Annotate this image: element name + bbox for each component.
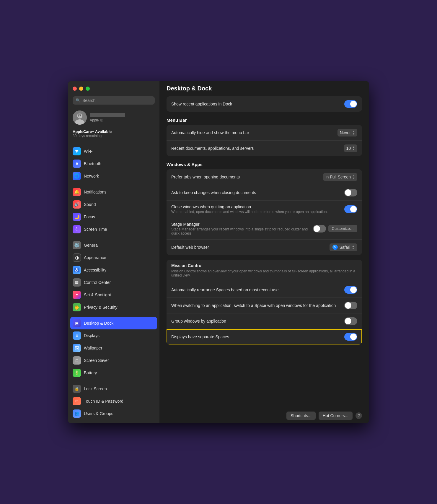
sidebar-item-wifi[interactable]: Wi-Fi (70, 145, 157, 157)
auto-hide-value: Never (340, 130, 351, 135)
prefer-tabs-stepper[interactable]: In Full Screen ▲▼ (323, 173, 357, 181)
sidebar-item-screentime[interactable]: ⏱ Screen Time (70, 223, 157, 235)
search-placeholder: Search (82, 98, 95, 103)
help-button[interactable]: ? (356, 412, 362, 419)
sidebar-item-users[interactable]: 👥 Users & Groups (70, 407, 157, 420)
prefer-tabs-row: Prefer tabs when opening documents In Fu… (167, 169, 362, 185)
mission-control-card: Mission Control Mission Control shows an… (167, 260, 362, 344)
prefer-tabs-arrows: ▲▼ (353, 174, 355, 180)
sidebar-label-accessibility: Accessibility (84, 268, 106, 272)
wifi-icon (73, 147, 81, 155)
group-windows-thumb (345, 318, 351, 324)
controlcenter-icon: ▦ (73, 278, 81, 287)
stage-manager-sublabel: Stage Manager arranges your recent windo… (171, 227, 313, 235)
sidebar-label-focus: Focus (84, 214, 95, 219)
sidebar-label-wifi: Wi-Fi (84, 149, 94, 154)
sidebar-label-lockscreen: Lock Screen (84, 386, 107, 391)
switch-space-row: When switching to an application, switch… (167, 298, 362, 313)
switch-space-toggle[interactable] (344, 302, 357, 309)
sound-icon: 🔊 (73, 200, 81, 209)
sidebar-item-desktop[interactable]: ▣ Desktop & Dock (70, 317, 157, 329)
mission-control-description: Mission Control shows an overview of you… (167, 268, 362, 281)
sidebar-label-controlcenter: Control Center (84, 280, 111, 285)
siri-icon: ✦ (73, 291, 81, 299)
sidebar: 🔍 Search Apple (68, 81, 159, 423)
sidebar-label-bluetooth: Bluetooth (84, 161, 101, 166)
applecare-section[interactable]: AppleCare+ Available 30 days remaining (70, 129, 157, 142)
mission-control-header: Mission Control (167, 260, 362, 268)
network-icon: 🌐 (73, 172, 81, 180)
sidebar-item-lockscreen[interactable]: 🔒 Lock Screen (70, 383, 157, 395)
sidebar-item-screensaver[interactable]: ◻ Screen Saver (70, 354, 157, 367)
sidebar-item-network[interactable]: 🌐 Network (70, 170, 157, 182)
group-windows-toggle[interactable] (344, 317, 357, 325)
sidebar-item-bluetooth[interactable]: ʙ Bluetooth (70, 157, 157, 170)
bottom-bar: Shortcuts... Hot Corners... ? (159, 408, 369, 423)
maximize-button[interactable] (86, 87, 90, 91)
notifications-icon: 🔔 (73, 188, 81, 196)
sidebar-item-touchid[interactable]: ☞ Touch ID & Password (70, 395, 157, 407)
wallpaper-icon: 🖼 (73, 344, 81, 352)
sidebar-label-privacy: Privacy & Security (84, 305, 118, 310)
stepper-arrows-2: ▲▼ (353, 146, 355, 151)
profile-section[interactable]: Apple ID (70, 108, 157, 129)
auto-hide-stepper[interactable]: Never ▲▼ (337, 129, 357, 136)
separate-spaces-thumb (350, 334, 357, 340)
close-windows-label: Close windows when quitting an applicati… (171, 204, 344, 209)
browser-select[interactable]: S Safari ▲▼ (330, 243, 358, 251)
separate-spaces-label: Displays have separate Spaces (171, 334, 344, 339)
battery-icon: 🔋 (73, 369, 81, 377)
prefer-tabs-value: In Full Screen (325, 175, 351, 179)
mission-control-title: Mission Control (171, 263, 357, 268)
main-titlebar: Desktop & Dock (159, 81, 369, 96)
page-title: Desktop & Dock (167, 85, 212, 92)
sidebar-item-siri[interactable]: ✦ Siri & Spotlight (70, 289, 157, 301)
sidebar-content: Apple ID AppleCare+ Available 30 days re… (68, 108, 159, 423)
sidebar-label-displays: Displays (84, 333, 100, 338)
sidebar-label-wallpaper: Wallpaper (84, 346, 102, 350)
close-windows-toggle[interactable] (344, 205, 357, 213)
customize-button[interactable]: Customize… (328, 225, 357, 232)
sidebar-item-focus[interactable]: 🌙 Focus (70, 211, 157, 223)
ask-changes-toggle[interactable] (344, 189, 357, 196)
recent-docs-row: Recent documents, applications, and serv… (167, 141, 362, 156)
sidebar-item-appearance[interactable]: ◑ Appearance (70, 251, 157, 264)
sidebar-item-wallpaper[interactable]: 🖼 Wallpaper (70, 342, 157, 354)
sidebar-item-general[interactable]: ⚙️ General (70, 239, 157, 251)
separate-spaces-toggle[interactable] (344, 333, 357, 341)
sidebar-label-notifications: Notifications (84, 190, 106, 194)
search-bar[interactable]: 🔍 Search (73, 96, 155, 105)
sidebar-item-notifications[interactable]: 🔔 Notifications (70, 186, 157, 198)
show-recent-toggle[interactable] (344, 100, 357, 108)
sidebar-item-displays[interactable]: 🖥 Displays (70, 329, 157, 342)
screentime-icon: ⏱ (73, 225, 81, 233)
stage-manager-toggle[interactable] (313, 225, 326, 233)
rearrange-spaces-thumb (350, 287, 357, 293)
sidebar-item-accessibility[interactable]: ♿ Accessibility (70, 264, 157, 276)
stage-manager-thumb (314, 225, 320, 232)
sidebar-item-battery[interactable]: 🔋 Battery (70, 367, 157, 379)
sidebar-item-sound[interactable]: 🔊 Sound (70, 198, 157, 211)
sidebar-item-privacy[interactable]: 🖐️ Privacy & Security (70, 301, 157, 313)
safari-icon: S (332, 245, 338, 250)
sidebar-label-siri: Siri & Spotlight (84, 292, 111, 297)
shortcuts-button[interactable]: Shortcuts... (286, 412, 316, 420)
focus-icon: 🌙 (73, 213, 81, 221)
bluetooth-icon: ʙ (73, 160, 81, 168)
rearrange-spaces-toggle[interactable] (344, 286, 357, 294)
recent-docs-stepper[interactable]: 10 ▲▼ (344, 144, 358, 152)
close-button[interactable] (73, 87, 77, 91)
mission-control-body: Automatically rearrange Spaces based on … (167, 281, 362, 344)
close-windows-row: Close windows when quitting an applicati… (167, 201, 362, 218)
hot-corners-button[interactable]: Hot Corners... (319, 412, 353, 420)
appearance-icon: ◑ (73, 253, 81, 262)
sidebar-item-controlcenter[interactable]: ▦ Control Center (70, 276, 157, 289)
desktop-icon: ▣ (73, 319, 81, 327)
sidebar-label-touchid: Touch ID & Password (84, 399, 123, 404)
show-recent-label: Show recent applications in Dock (171, 102, 344, 106)
search-icon: 🔍 (76, 98, 81, 103)
minimize-button[interactable] (79, 87, 83, 91)
show-recent-row: Show recent applications in Dock (167, 96, 362, 112)
stepper-arrows: ▲▼ (353, 130, 355, 135)
auto-hide-label: Automatically hide and show the menu bar (171, 130, 337, 135)
